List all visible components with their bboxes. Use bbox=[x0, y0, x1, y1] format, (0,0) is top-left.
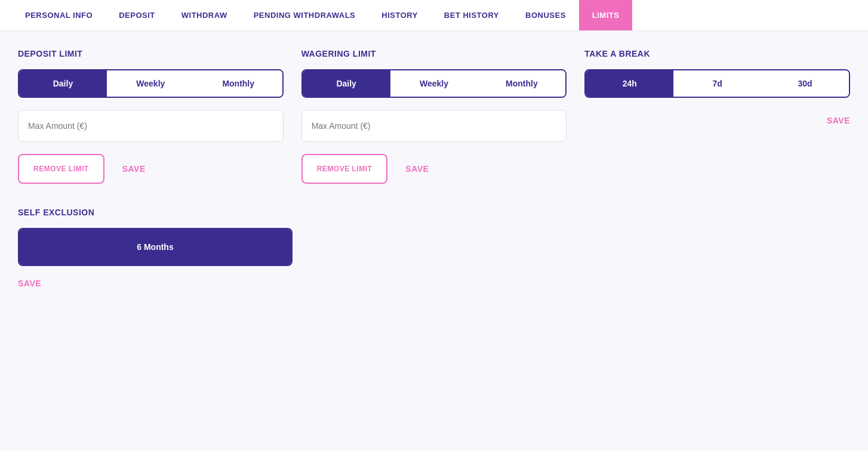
nav-deposit[interactable]: DEPOSIT bbox=[106, 0, 168, 30]
self-exclusion-save-button[interactable]: SAVE bbox=[18, 279, 41, 288]
deposit-limit-actions: REMOVE LIMIT SAVE bbox=[18, 154, 284, 184]
deposit-limit-section: DEPOSIT LIMIT Daily Weekly Monthly REMOV… bbox=[18, 49, 301, 184]
wagering-limit-section: WAGERING LIMIT Daily Weekly Monthly REMO… bbox=[301, 49, 585, 184]
limits-sections: DEPOSIT LIMIT Daily Weekly Monthly REMOV… bbox=[18, 49, 850, 184]
wagering-limit-toggle-group: Daily Weekly Monthly bbox=[301, 69, 567, 98]
take-a-break-title: TAKE A BREAK bbox=[584, 49, 850, 58]
deposit-limit-tab-monthly[interactable]: Monthly bbox=[195, 70, 282, 97]
nav-personal-info[interactable]: PERSONAL INFO bbox=[12, 0, 106, 30]
self-exclusion-months-selector: 6 Months bbox=[18, 228, 293, 266]
nav-pending-withdrawals[interactable]: PENDING WITHDRAWALS bbox=[241, 0, 369, 30]
nav-bonuses[interactable]: BONUSES bbox=[512, 0, 579, 30]
self-exclusion-section: SELF EXCLUSION 6 Months SAVE bbox=[18, 208, 850, 289]
deposit-limit-input[interactable] bbox=[18, 110, 284, 142]
deposit-limit-remove-button[interactable]: REMOVE LIMIT bbox=[18, 154, 104, 184]
main-content: DEPOSIT LIMIT Daily Weekly Monthly REMOV… bbox=[0, 31, 868, 307]
deposit-limit-save-button[interactable]: SAVE bbox=[122, 164, 146, 174]
wagering-limit-tab-daily[interactable]: Daily bbox=[303, 70, 390, 97]
deposit-limit-tab-weekly[interactable]: Weekly bbox=[107, 70, 195, 97]
take-a-break-toggle-group: 24h 7d 30d bbox=[584, 69, 850, 98]
nav-limits[interactable]: LIMITS bbox=[579, 0, 633, 30]
wagering-limit-tab-monthly[interactable]: Monthly bbox=[478, 70, 565, 97]
wagering-limit-save-button[interactable]: SAVE bbox=[405, 164, 429, 174]
take-a-break-section: TAKE A BREAK 24h 7d 30d SAVE bbox=[584, 49, 850, 184]
wagering-limit-input[interactable] bbox=[301, 110, 567, 142]
deposit-limit-title: DEPOSIT LIMIT bbox=[18, 49, 284, 58]
take-a-break-tab-24h[interactable]: 24h bbox=[586, 70, 673, 97]
take-a-break-tab-30d[interactable]: 30d bbox=[761, 70, 849, 97]
wagering-limit-remove-button[interactable]: REMOVE LIMIT bbox=[301, 154, 388, 184]
deposit-limit-toggle-group: Daily Weekly Monthly bbox=[18, 69, 284, 98]
wagering-limit-actions: REMOVE LIMIT SAVE bbox=[301, 154, 567, 184]
deposit-limit-tab-daily[interactable]: Daily bbox=[19, 70, 107, 97]
wagering-limit-title: WAGERING LIMIT bbox=[301, 49, 567, 58]
nav-history[interactable]: HISTORY bbox=[368, 0, 431, 30]
self-exclusion-title: SELF EXCLUSION bbox=[18, 208, 850, 217]
self-exclusion-6-months[interactable]: 6 Months bbox=[19, 229, 291, 265]
wagering-limit-tab-weekly[interactable]: Weekly bbox=[390, 70, 478, 97]
take-a-break-save-button[interactable]: SAVE bbox=[827, 116, 850, 125]
navigation: PERSONAL INFO DEPOSIT WITHDRAW PENDING W… bbox=[0, 0, 868, 31]
take-a-break-tab-7d[interactable]: 7d bbox=[673, 70, 761, 97]
nav-bet-history[interactable]: BET HISTORY bbox=[431, 0, 512, 30]
nav-withdraw[interactable]: WITHDRAW bbox=[168, 0, 241, 30]
